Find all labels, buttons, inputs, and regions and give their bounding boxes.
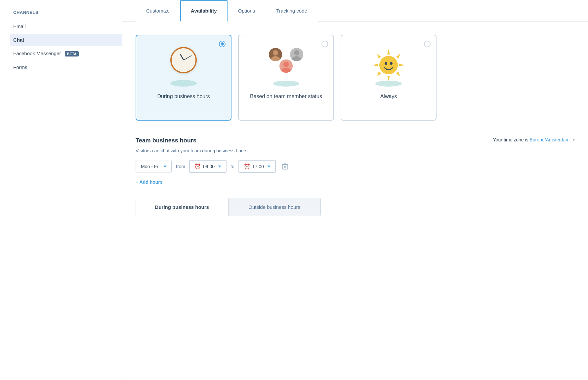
svg-marker-6 [387,49,390,55]
team-hours-subtitle: Visitors can chat with your team during … [136,148,575,153]
bottom-tabs: During business hours Outside business h… [136,198,321,216]
timezone-row: Team business hours Your time zone is Eu… [136,137,575,146]
tab-availability[interactable]: Availability [180,0,228,21]
from-time-chevron-icon [218,166,221,168]
timezone-info: Your time zone is Europe/Amsterdam ↗ [493,137,575,142]
availability-content: During business hours [122,35,588,216]
svg-point-2 [294,50,299,56]
radio-always[interactable] [424,41,431,47]
tab-customize[interactable]: Customize [136,0,180,21]
timezone-link[interactable]: Europe/Amsterdam [530,137,570,142]
sidebar-section-title: Channels [10,10,122,15]
to-time-chevron-icon [267,166,271,168]
avatar-2 [289,47,304,62]
beta-badge: BETA [65,51,78,57]
external-link-icon: ↗ [572,138,575,142]
clock-from-icon: ⏰ [194,163,201,170]
avatar-1 [268,47,283,62]
hours-row: Mon - Fri from ⏰ 09:00 to ⏰ 17:00 [136,160,575,173]
tab-options[interactable]: Options [228,0,266,21]
sun-icon [372,49,405,82]
clock-to-icon: ⏰ [244,163,250,170]
radio-during-business-hours[interactable] [219,41,226,47]
avatar-3 [278,58,294,74]
clock-icon-area [164,45,203,88]
svg-point-0 [273,50,278,56]
svg-point-1 [271,56,280,61]
svg-marker-10 [377,54,381,58]
to-time-dropdown[interactable]: ⏰ 17:00 [238,160,276,173]
days-chevron-icon [163,166,167,168]
card-team-member-status[interactable]: Based on team member status [238,35,334,121]
to-label: to [231,164,234,169]
from-time-dropdown[interactable]: ⏰ 09:00 [189,160,227,173]
svg-marker-8 [373,64,378,66]
svg-rect-17 [282,165,288,169]
bottom-tab-during[interactable]: During business hours [136,198,228,216]
timezone-label: Your time zone is [493,137,528,142]
days-value: Mon - Fri [141,164,159,169]
bottom-tab-outside[interactable]: Outside business hours [228,198,321,216]
svg-point-15 [385,62,387,65]
sidebar-item-facebook-messenger[interactable]: Facebook Messenger BETA [10,47,122,60]
main-content: Customize Availability Options Tracking … [122,0,588,380]
card-during-business-hours-label: During business hours [157,94,210,99]
clock-icon [170,47,197,73]
tab-tracking-code[interactable]: Tracking code [266,0,318,21]
svg-marker-7 [387,76,390,81]
svg-point-3 [292,56,301,61]
team-hours-title: Team business hours [136,137,196,144]
svg-marker-12 [377,72,381,77]
avatars-icon-area [266,45,306,88]
radio-team-member-status[interactable] [321,41,328,47]
svg-marker-11 [396,54,400,58]
tabs-bar: Customize Availability Options Tracking … [122,0,588,21]
sidebar-item-chat[interactable]: Chat [10,34,122,46]
add-hours-button[interactable]: + Add hours [136,179,575,185]
sun-icon-area [369,45,408,88]
sidebar-item-forms[interactable]: Forms [10,61,122,73]
sidebar: Channels Email Chat Facebook Messenger B… [0,0,122,380]
svg-point-4 [283,62,289,67]
card-team-member-status-label: Based on team member status [250,94,322,99]
to-time-value: 17:00 [252,164,264,169]
availability-cards: During business hours [136,35,575,121]
delete-hours-button[interactable] [280,161,290,172]
card-during-business-hours[interactable]: During business hours [136,35,231,121]
days-dropdown[interactable]: Mon - Fri [136,161,172,172]
from-time-value: 09:00 [203,164,215,169]
sidebar-item-email[interactable]: Email [10,20,122,32]
svg-point-14 [379,56,398,74]
svg-point-5 [281,68,291,73]
svg-marker-9 [399,64,404,66]
svg-marker-13 [396,72,400,77]
card-always[interactable]: Always [341,35,437,121]
card-always-label: Always [380,94,397,99]
svg-point-16 [390,62,393,65]
from-label: from [176,164,185,169]
